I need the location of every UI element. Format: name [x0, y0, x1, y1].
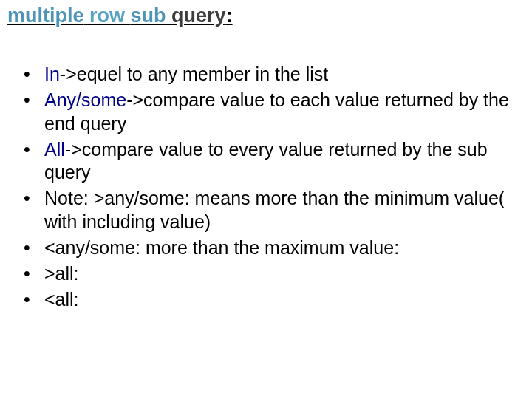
list-item: >all: — [24, 262, 517, 285]
slide: multiple row sub query: In->equel to any… — [0, 0, 532, 399]
bullet-text: ->equel to any member in the list — [60, 64, 328, 84]
list-item: <all: — [24, 288, 517, 311]
title-word-3: sub — [131, 4, 166, 27]
list-item: Any/some->compare value to each value re… — [24, 89, 517, 135]
slide-title: multiple row sub query: — [7, 4, 525, 27]
keyword: All — [44, 139, 65, 160]
list-item: In->equel to any member in the list — [24, 63, 517, 86]
list-item: All->compare value to every value return… — [24, 138, 517, 185]
bullet-text: <all: — [44, 289, 79, 310]
bullet-text: ->compare value to every value returned … — [44, 139, 488, 183]
title-word-4: query — [171, 4, 226, 27]
title-colon: : — [226, 4, 233, 27]
keyword: Any/some — [44, 89, 126, 110]
keyword: In — [44, 64, 60, 84]
bullet-text: >all: — [44, 263, 79, 284]
title-word-1: multiple — [7, 4, 84, 27]
list-item: Note: >any/some: means more than the min… — [24, 187, 517, 233]
bullet-text: Note: >any/some: means more than the min… — [44, 188, 505, 231]
bullet-text: <any/some: more than the maximum value: — [44, 237, 399, 258]
list-item: <any/some: more than the maximum value: — [24, 236, 517, 259]
title-word-2: row — [89, 4, 125, 27]
bullet-list: In->equel to any member in the list Any/… — [7, 63, 525, 312]
